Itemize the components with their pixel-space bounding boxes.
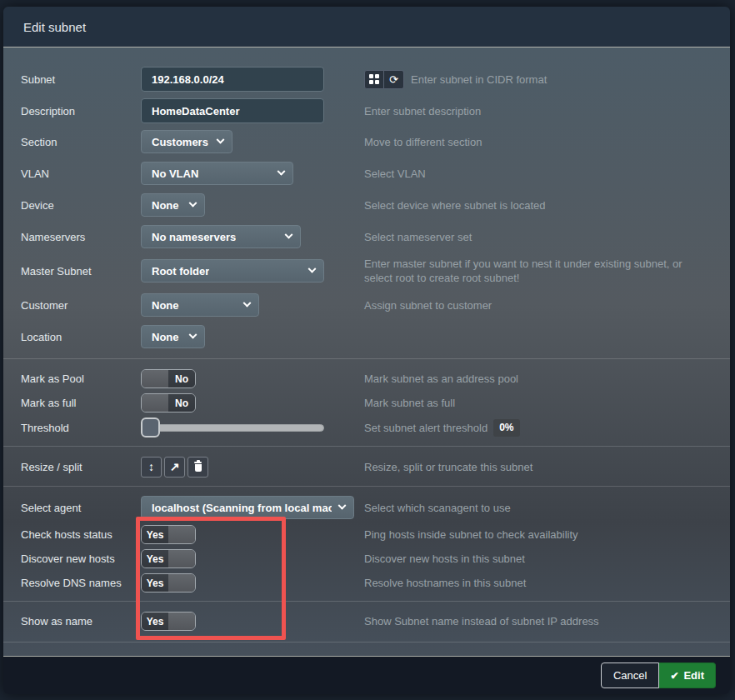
row-threshold: Threshold Set subnet alert threshold 0% <box>21 418 712 438</box>
chevron-down-icon <box>189 198 198 207</box>
resize-vertical-icon: ↕ <box>148 460 154 473</box>
page-title: Edit subnet <box>23 20 86 34</box>
divider <box>3 358 730 359</box>
vlan-select-value: No VLAN <box>152 168 198 180</box>
nameservers-select[interactable]: No nameservers <box>141 225 301 248</box>
chevron-down-icon <box>285 230 293 238</box>
discover-new-hosts-help-text: Discover new hosts in this subnet <box>364 552 712 566</box>
chevron-down-icon <box>278 167 286 175</box>
mark-as-full-help-text: Mark subnet as full <box>364 396 712 410</box>
row-mark-as-pool: Mark as Pool No Mark subnet as an addres… <box>21 369 712 388</box>
mark-as-full-label: Mark as full <box>21 397 141 409</box>
mark-as-pool-help-text: Mark subnet as an address pool <box>364 372 712 386</box>
chevron-down-icon <box>217 135 225 143</box>
threshold-label: Threshold <box>21 422 141 434</box>
nameservers-select-value: No nameservers <box>152 231 236 243</box>
master-subnet-label: Master Subnet <box>21 265 141 278</box>
subnet-help-text: Enter subnet in CIDR format <box>411 72 547 87</box>
refresh-icon: ⟳ <box>389 72 398 87</box>
discover-new-hosts-toggle[interactable]: Yes <box>141 549 196 568</box>
toggle-off-label: No <box>168 370 195 388</box>
threshold-slider[interactable] <box>141 418 324 438</box>
check-hosts-status-toggle[interactable]: Yes <box>141 525 196 544</box>
master-subnet-help-text: Enter master subnet if you want to nest … <box>364 257 712 285</box>
edit-button-label: Edit <box>683 669 704 682</box>
grid-icon <box>369 74 379 84</box>
mark-as-pool-label: Mark as Pool <box>21 372 141 385</box>
threshold-value-badge: 0% <box>493 419 519 437</box>
subnet-mask-picker-button[interactable] <box>364 70 384 89</box>
subnet-label: Subnet <box>21 73 141 86</box>
slider-handle[interactable] <box>141 418 160 438</box>
row-customer: Customer None Assign subnet to customer <box>21 293 712 317</box>
resize-subnet-button[interactable]: ↕ <box>141 457 162 478</box>
mark-as-full-toggle[interactable]: No <box>141 393 196 412</box>
section-select-value: Customers <box>152 136 208 148</box>
cancel-button[interactable]: Cancel <box>601 662 659 688</box>
trash-icon <box>193 462 202 472</box>
toggle-on-label: Yes <box>142 526 168 543</box>
resize-split-label: Resize / split <box>21 461 141 473</box>
section-select[interactable]: Customers <box>141 130 232 153</box>
toggle-on-label: Yes <box>142 612 168 630</box>
scan-agent-select-value: localhost (Scanning from local machine) <box>152 502 332 514</box>
customer-help-text: Assign subnet to customer <box>364 298 712 312</box>
row-subnet: Subnet ⟳ Enter subnet in CIDR format <box>21 67 712 92</box>
nameservers-help-text: Select nameserver set <box>364 230 712 244</box>
toggle-handle <box>142 394 168 412</box>
description-help-text: Enter subnet description <box>364 104 712 118</box>
device-label: Device <box>21 199 141 212</box>
divider <box>3 446 730 447</box>
resize-split-help-text: Resize, split or truncate this subnet <box>364 460 712 474</box>
divider <box>3 486 730 487</box>
row-show-as-name: Show as name Yes Show Subnet name instea… <box>21 611 712 632</box>
mark-as-pool-toggle[interactable]: No <box>141 369 196 388</box>
toggle-handle <box>142 370 168 388</box>
vlan-help-text: Select VLAN <box>364 167 712 181</box>
vlan-select[interactable]: No VLAN <box>141 162 293 185</box>
threshold-help-text: Set subnet alert threshold <box>364 421 488 435</box>
toggle-on-label: Yes <box>142 574 168 592</box>
device-help-text: Select device where subnet is located <box>364 198 712 212</box>
toggle-handle <box>168 550 195 568</box>
customer-label: Customer <box>21 299 141 312</box>
row-mark-as-full: Mark as full No Mark subnet as full <box>21 393 712 412</box>
resize-diagonal-icon: ↗ <box>170 460 180 473</box>
show-as-name-help-text: Show Subnet name instead of subnet IP ad… <box>364 614 712 628</box>
device-select-value: None <box>152 199 179 212</box>
subnet-input[interactable] <box>141 67 324 92</box>
subnet-refresh-button[interactable]: ⟳ <box>384 70 404 89</box>
edit-button[interactable]: ✔ Edit <box>659 662 716 688</box>
vlan-label: VLAN <box>21 168 141 180</box>
location-select-value: None <box>152 331 179 343</box>
show-as-name-toggle[interactable]: Yes <box>141 612 196 631</box>
row-vlan: VLAN No VLAN Select VLAN <box>21 162 712 185</box>
divider <box>3 601 730 602</box>
check-hosts-status-help-text: Ping hosts inside subnet to check availa… <box>364 528 712 542</box>
toggle-handle <box>168 574 195 592</box>
chevron-down-icon <box>243 298 252 307</box>
resolve-dns-names-toggle[interactable]: Yes <box>141 573 196 592</box>
toggle-handle <box>168 612 195 630</box>
toggle-off-label: No <box>168 394 195 412</box>
row-resize-split: Resize / split ↕ ↗ Resize, split or trun… <box>21 456 712 478</box>
master-subnet-select-value: Root folder <box>152 265 209 278</box>
split-subnet-button[interactable]: ↗ <box>164 457 185 478</box>
row-section: Section Customers Move to different sect… <box>21 130 712 153</box>
description-input[interactable] <box>141 98 324 123</box>
row-location: Location None <box>21 325 712 348</box>
toggle-handle <box>168 526 195 543</box>
check-hosts-status-label: Check hosts status <box>21 528 141 541</box>
resolve-dns-names-help-text: Resolve hostnames in this subnet <box>364 576 712 590</box>
scan-agent-select[interactable]: localhost (Scanning from local machine) <box>141 496 354 519</box>
row-description: Description Enter subnet description <box>21 98 712 123</box>
customer-select[interactable]: None <box>141 293 259 317</box>
device-select[interactable]: None <box>141 193 205 217</box>
toggle-on-label: Yes <box>142 550 168 568</box>
row-master-subnet: Master Subnet Root folder Enter master s… <box>21 257 712 285</box>
truncate-subnet-button[interactable] <box>188 457 208 478</box>
location-select[interactable]: None <box>141 325 205 348</box>
master-subnet-select[interactable]: Root folder <box>141 259 324 282</box>
row-check-hosts-status: Check hosts status Yes Ping hosts inside… <box>21 525 712 544</box>
row-select-agent: Select agent localhost (Scanning from lo… <box>21 496 712 519</box>
